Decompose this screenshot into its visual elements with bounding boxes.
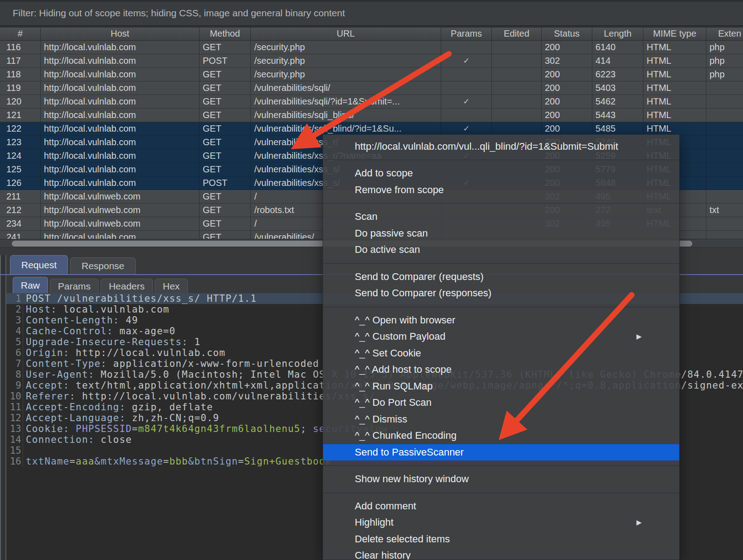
tab-headers[interactable]: Headers xyxy=(100,279,152,293)
tab-raw[interactable]: Raw xyxy=(13,277,48,293)
cell-url: /vulnerabilities/sqli_blind/?id=1&Su... xyxy=(251,122,441,136)
menu-item-do-port-scan[interactable]: ^_^ Do Port Scan xyxy=(323,394,679,411)
cell-ext xyxy=(706,149,743,163)
menu-item-scan[interactable]: Scan xyxy=(323,209,679,225)
cell-method: GET xyxy=(200,95,251,109)
table-row-122[interactable]: 122http://local.vulnlab.comGET/vulnerabi… xyxy=(0,122,743,136)
column-header-mime[interactable]: MIME type xyxy=(643,28,706,40)
column-header-ext[interactable]: Exten xyxy=(706,28,743,40)
menu-item-remove-from-scope[interactable]: Remove from scope xyxy=(323,182,679,199)
cell-length: 5462 xyxy=(592,95,643,109)
line-number: 4 xyxy=(6,326,23,337)
menu-item-label: Add to scope xyxy=(355,167,413,179)
menu-item-run-sqlmap[interactable]: ^_^ Run SQLMap xyxy=(323,378,679,395)
menu-item-custom-payload[interactable]: ^_^ Custom Payload▶ xyxy=(323,328,679,345)
cell-edited xyxy=(492,68,542,81)
table-row-117[interactable]: 117http://local.vulnlab.comPOST/security… xyxy=(0,54,743,68)
line-text: Cache-Control: max-age=0 xyxy=(23,326,176,337)
cell-url: /security.php xyxy=(251,54,441,68)
cell-mime: HTML xyxy=(643,95,706,109)
table-row-118[interactable]: 118http://local.vulnlab.comGET/security.… xyxy=(0,68,743,81)
line-text: Content-Type: application/x-www-form-url… xyxy=(23,358,319,369)
cell-num: 241 xyxy=(0,231,41,239)
cell-host: http://local.vulnweb.com xyxy=(41,204,200,217)
table-row-120[interactable]: 120http://local.vulnlab.comGET/vulnerabi… xyxy=(0,95,743,109)
tab-hex[interactable]: Hex xyxy=(155,279,188,293)
menu-separator xyxy=(323,493,679,493)
menu-item-send-to-passivescanner[interactable]: Send to PassiveScanner xyxy=(323,444,679,461)
tab-request[interactable]: Request xyxy=(10,255,68,274)
menu-item-set-cookie[interactable]: ^_^ Set Cookie xyxy=(323,345,679,362)
menu-item-send-to-comparer-responses[interactable]: Send to Comparer (responses) xyxy=(323,285,679,302)
line-text xyxy=(23,445,26,456)
cell-num: 121 xyxy=(0,109,41,122)
cell-status: 200 xyxy=(542,122,592,136)
line-number: 1 xyxy=(6,293,23,304)
column-header-num[interactable]: # xyxy=(0,28,41,40)
menu-item-do-active-scan[interactable]: Do active scan xyxy=(323,242,679,258)
cell-num: 122 xyxy=(0,122,41,136)
cell-num: 123 xyxy=(0,136,41,149)
cell-num: 119 xyxy=(0,81,41,95)
cell-host: http://local.vulnweb.com xyxy=(41,217,200,231)
cell-num: 120 xyxy=(0,95,41,109)
column-header-length[interactable]: Length xyxy=(592,28,643,40)
cell-num: 118 xyxy=(0,68,41,81)
line-text: Accept-Language: zh,zh-CN;q=0.9 xyxy=(23,413,219,423)
menu-item-show-new-history-window[interactable]: Show new history window xyxy=(323,471,679,488)
menu-item-add-to-scope[interactable]: Add to scope xyxy=(323,165,679,182)
menu-item-dismiss[interactable]: ^_^ Dismiss xyxy=(323,411,679,428)
cell-host: http://local.vulnlab.com xyxy=(41,231,200,239)
menu-separator xyxy=(323,203,679,204)
tab-response[interactable]: Response xyxy=(70,257,136,274)
line-text: Origin: http://local.vulnlab.com xyxy=(23,347,225,358)
line-number: 8 xyxy=(6,369,23,380)
menu-item-open-with-browser[interactable]: ^_^ Open with browser xyxy=(323,312,679,329)
cell-method: GET xyxy=(200,41,251,54)
column-header-edited[interactable]: Edited xyxy=(492,28,542,40)
cell-url: /vulnerabilities/sqli_blind/ xyxy=(251,109,441,122)
line-text: Host: local.vulnlab.com xyxy=(23,304,169,315)
cell-mime: HTML xyxy=(643,122,706,136)
cell-host: http://local.vulnweb.com xyxy=(41,190,200,204)
menu-item-delete-selected-items[interactable]: Delete selected items xyxy=(323,531,679,548)
menu-item-do-passive-scan[interactable]: Do passive scan xyxy=(323,225,679,242)
line-text: txtName=aaa&mtxMessage=bbb&btnSign=Sign+… xyxy=(23,456,332,467)
line-number: 9 xyxy=(6,380,23,391)
menu-item-label: Send to PassiveScanner xyxy=(355,446,464,458)
cell-edited xyxy=(492,41,542,54)
cell-ext xyxy=(706,176,743,190)
menu-item-clear-history[interactable]: Clear history xyxy=(323,547,679,560)
cell-params xyxy=(441,68,492,81)
menu-item-label: ^_^ Add host to scope xyxy=(355,364,452,375)
cell-num: 126 xyxy=(0,176,41,190)
cell-method: GET xyxy=(200,149,251,163)
table-row-119[interactable]: 119http://local.vulnlab.comGET/vulnerabi… xyxy=(0,81,743,95)
menu-item-label: Send to Comparer (responses) xyxy=(355,287,491,299)
table-row-116[interactable]: 116http://local.vulnlab.comGET/security.… xyxy=(0,41,743,54)
column-header-host[interactable]: Host xyxy=(41,28,200,40)
submenu-arrow-icon: ▶ xyxy=(636,328,642,345)
line-number: 11 xyxy=(6,402,23,413)
line-number: 12 xyxy=(6,413,23,423)
column-header-params[interactable]: Params xyxy=(441,28,492,40)
tab-params[interactable]: Params xyxy=(50,279,99,293)
cell-host: http://local.vulnlab.com xyxy=(41,68,200,81)
column-header-status[interactable]: Status xyxy=(542,28,592,40)
column-header-method[interactable]: Method xyxy=(200,28,251,40)
filter-bar[interactable]: Filter: Hiding out of scope items; hidin… xyxy=(0,0,743,26)
cell-host: http://local.vulnlab.com xyxy=(41,136,200,149)
cell-edited xyxy=(492,54,542,68)
menu-item-add-comment[interactable]: Add comment xyxy=(323,498,679,515)
column-header-url[interactable]: URL xyxy=(251,28,441,40)
table-row-121[interactable]: 121http://local.vulnlab.comGET/vulnerabi… xyxy=(0,109,743,122)
cell-edited xyxy=(492,81,542,95)
menu-item-send-to-comparer-requests[interactable]: Send to Comparer (requests) xyxy=(323,269,679,285)
cell-ext: php xyxy=(706,54,743,68)
line-number: 13 xyxy=(6,423,23,434)
menu-separator xyxy=(323,160,679,160)
menu-item-add-host-to-scope[interactable]: ^_^ Add host to scope xyxy=(323,361,679,378)
menu-item-highlight[interactable]: Highlight▶ xyxy=(323,514,679,531)
menu-separator xyxy=(323,263,679,264)
menu-item-chunked-encoding[interactable]: ^_^ Chunked Encoding xyxy=(323,427,679,444)
